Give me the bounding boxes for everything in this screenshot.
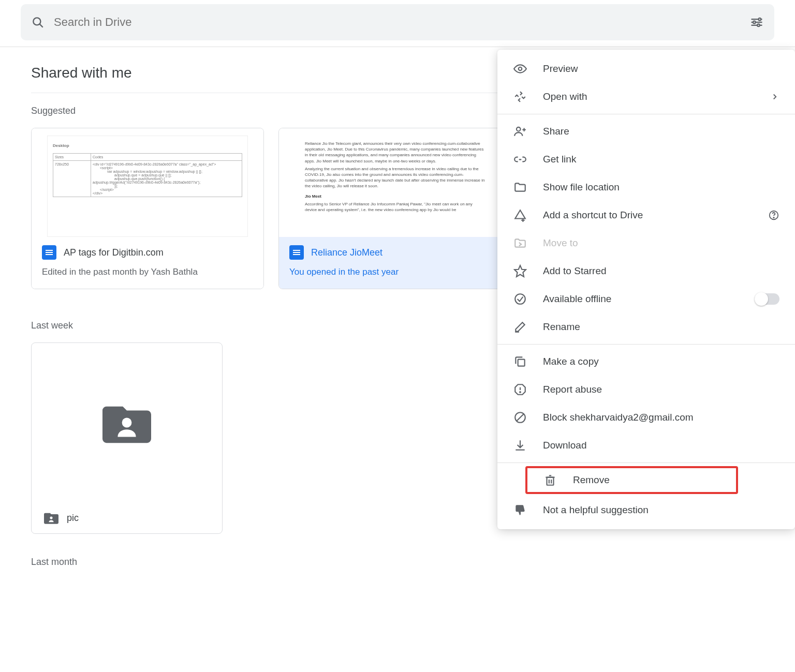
menu-preview[interactable]: Preview xyxy=(497,55,795,83)
svg-rect-21 xyxy=(518,360,525,366)
menu-add-starred[interactable]: Add to Starred xyxy=(497,257,795,285)
eye-icon xyxy=(513,62,527,76)
trash-icon xyxy=(543,473,557,487)
svg-point-19 xyxy=(515,294,525,304)
context-menu: Preview Open with Share Get link Show fi… xyxy=(497,50,795,529)
search-input[interactable] xyxy=(54,16,749,29)
card-subtitle: You opened in the past year xyxy=(289,267,500,277)
svg-marker-18 xyxy=(514,265,526,277)
warning-icon xyxy=(513,383,527,396)
menu-move-to: Move to xyxy=(497,229,795,257)
svg-point-8 xyxy=(122,418,132,428)
svg-point-17 xyxy=(773,217,774,218)
search-icon xyxy=(31,16,45,29)
section-last-month: Last month xyxy=(31,557,764,568)
svg-point-10 xyxy=(519,67,522,71)
menu-share[interactable]: Share xyxy=(497,117,795,145)
star-icon xyxy=(513,264,527,278)
card-preview: Desktop SizesCodes 728x250 <div id="/d27… xyxy=(32,128,263,237)
check-circle-icon xyxy=(513,292,527,306)
svg-point-24 xyxy=(520,392,521,393)
pencil-icon xyxy=(513,320,527,334)
svg-point-0 xyxy=(33,18,40,25)
open-with-icon xyxy=(513,90,527,103)
menu-rename[interactable]: Rename xyxy=(497,313,795,341)
google-doc-icon xyxy=(42,245,56,260)
svg-point-11 xyxy=(517,127,521,131)
person-add-icon xyxy=(513,125,527,138)
block-icon xyxy=(513,411,527,424)
menu-add-shortcut[interactable]: Add a shortcut to Drive xyxy=(497,201,795,229)
folder-card[interactable]: pic xyxy=(31,342,223,534)
link-icon xyxy=(513,153,527,166)
card-subtitle: Edited in the past month by Yash Bathla xyxy=(42,267,253,277)
download-icon xyxy=(513,439,527,452)
svg-point-9 xyxy=(50,516,52,519)
menu-make-copy[interactable]: Make a copy xyxy=(497,348,795,376)
menu-get-link[interactable]: Get link xyxy=(497,145,795,173)
help-icon[interactable] xyxy=(768,210,779,221)
copy-icon xyxy=(513,355,527,368)
suggested-card-selected[interactable]: Reliance Jio the Telecom giant, announce… xyxy=(278,128,511,289)
highlight-remove: Remove xyxy=(525,466,738,494)
card-preview: Reliance Jio the Telecom giant, announce… xyxy=(279,128,511,237)
menu-available-offline[interactable]: Available offline xyxy=(497,285,795,313)
chevron-right-icon xyxy=(770,92,779,101)
menu-show-location[interactable]: Show file location xyxy=(497,173,795,201)
folder-icon xyxy=(513,181,527,194)
google-doc-icon xyxy=(289,245,304,260)
folder-move-icon xyxy=(513,236,527,250)
suggested-card[interactable]: Desktop SizesCodes 728x250 <div id="/d27… xyxy=(31,128,264,289)
menu-remove[interactable]: Remove xyxy=(527,468,736,492)
svg-line-26 xyxy=(517,414,524,421)
folder-name: pic xyxy=(67,513,79,524)
shared-folder-icon xyxy=(44,512,58,524)
menu-not-helpful[interactable]: Not a helpful suggestion xyxy=(497,496,795,524)
drive-shortcut-icon xyxy=(513,208,527,222)
shared-folder-icon xyxy=(102,402,151,443)
svg-point-7 xyxy=(757,24,760,27)
card-title: AP tags for Digitbin.com xyxy=(64,247,164,258)
svg-point-5 xyxy=(759,18,761,21)
menu-open-with[interactable]: Open with xyxy=(497,83,795,111)
svg-line-1 xyxy=(39,24,42,27)
card-title: Reliance JioMeet xyxy=(311,247,382,258)
search-bar[interactable] xyxy=(21,4,774,40)
svg-rect-29 xyxy=(547,477,554,485)
filter-icon[interactable] xyxy=(749,15,764,29)
menu-download[interactable]: Download xyxy=(497,431,795,459)
menu-report-abuse[interactable]: Report abuse xyxy=(497,376,795,404)
menu-block[interactable]: Block shekharvaidya2@gmail.com xyxy=(497,404,795,431)
offline-toggle[interactable] xyxy=(755,293,779,305)
thumb-down-icon xyxy=(513,503,527,517)
svg-point-6 xyxy=(753,21,756,24)
